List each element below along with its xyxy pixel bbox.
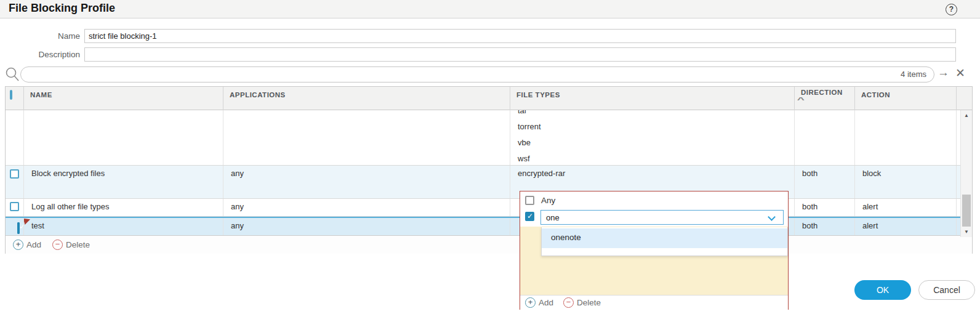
dialog-titlebar: File Blocking Profile ? — [0, 0, 980, 18]
select-all-checkbox[interactable] — [10, 90, 12, 100]
delete-button[interactable]: − Delete — [52, 240, 90, 250]
cancel-button[interactable]: Cancel — [918, 280, 975, 300]
rules-table: NAME APPLICATIONS FILE TYPES DIRECTION ^… — [5, 86, 973, 254]
any-row[interactable]: Any — [520, 191, 788, 209]
row-checkbox[interactable] — [17, 222, 20, 234]
minus-circle-icon: − — [52, 240, 63, 250]
vertical-scrollbar[interactable]: ▲ ▼ — [960, 110, 972, 237]
modified-marker-icon — [24, 219, 30, 225]
file-types-editor-popup: Any onenote + Add − Delete — [520, 191, 789, 310]
row-checkbox-cell — [6, 110, 24, 165]
column-header-applications[interactable]: APPLICATIONS — [223, 87, 510, 110]
applications-cell[interactable]: any — [223, 166, 510, 198]
file-type-entry-row — [520, 209, 788, 227]
add-button[interactable]: + Add — [13, 240, 41, 250]
name-cell[interactable]: test — [24, 218, 223, 235]
plus-circle-icon: + — [13, 240, 23, 250]
action-cell[interactable]: block — [855, 166, 957, 198]
minus-circle-icon: − — [563, 297, 574, 308]
name-cell[interactable]: Block encrypted files — [24, 166, 223, 198]
arrow-right-icon[interactable]: → — [938, 66, 949, 79]
dropdown-item[interactable]: onenote — [542, 228, 787, 248]
table-row[interactable]: Log all other file types any both alert — [6, 199, 960, 217]
name-input[interactable] — [84, 29, 956, 43]
select-all-cell — [6, 87, 24, 110]
action-cell[interactable]: alert — [855, 199, 957, 216]
table-row[interactable]: tar torrent vbe wsf — [6, 110, 960, 166]
popup-add-button[interactable]: + Add — [525, 297, 553, 308]
scrollbar-thumb[interactable] — [962, 195, 971, 227]
column-header-name[interactable]: NAME — [24, 87, 223, 110]
column-header-direction[interactable]: DIRECTION ^ — [795, 87, 855, 110]
table-row-selected[interactable]: test any both alert — [6, 217, 960, 235]
column-header-action[interactable]: ACTION — [855, 87, 957, 110]
description-input[interactable] — [84, 47, 956, 62]
page-title: File Blocking Profile — [9, 2, 115, 15]
file-type-combobox[interactable] — [540, 210, 784, 225]
direction-cell[interactable]: both — [795, 166, 855, 198]
action-cell[interactable]: alert — [855, 218, 957, 235]
row-checkbox[interactable] — [10, 169, 19, 179]
table-row[interactable]: Block encrypted files any encrypted-rar … — [6, 166, 960, 199]
table-footer: + Add − Delete — [6, 235, 972, 254]
name-label: Name — [0, 31, 80, 41]
applications-cell[interactable]: any — [223, 218, 510, 235]
direction-cell[interactable]: both — [795, 218, 855, 235]
popup-delete-button[interactable]: − Delete — [563, 297, 601, 308]
search-icon — [5, 66, 20, 83]
any-checkbox[interactable] — [525, 196, 534, 205]
help-icon[interactable]: ? — [946, 4, 957, 15]
file-types-cell: tar torrent vbe wsf — [510, 110, 795, 165]
plus-circle-icon: + — [525, 297, 536, 308]
column-header-file-types[interactable]: FILE TYPES — [510, 87, 795, 110]
applications-cell[interactable]: any — [223, 199, 510, 216]
autocomplete-dropdown: onenote — [541, 227, 788, 256]
search-input[interactable]: 4 items — [20, 66, 934, 83]
table-header-row: NAME APPLICATIONS FILE TYPES DIRECTION ^… — [6, 87, 972, 110]
items-count-badge: 4 items — [901, 70, 926, 79]
sort-asc-icon: ^ — [797, 96, 814, 103]
close-icon[interactable]: ✕ — [955, 66, 965, 80]
filter-bar: 4 items → ✕ — [0, 65, 980, 85]
description-label: Description — [0, 50, 80, 59]
ok-button[interactable]: OK — [854, 280, 911, 300]
scroll-up-icon[interactable]: ▲ — [961, 113, 972, 118]
entry-checkbox[interactable] — [525, 212, 534, 221]
name-cell[interactable]: Log all other file types — [24, 199, 223, 216]
popup-footer: + Add − Delete — [520, 295, 788, 310]
row-checkbox[interactable] — [10, 202, 19, 211]
scroll-down-icon[interactable]: ▼ — [961, 229, 972, 235]
direction-cell[interactable]: both — [795, 199, 855, 216]
